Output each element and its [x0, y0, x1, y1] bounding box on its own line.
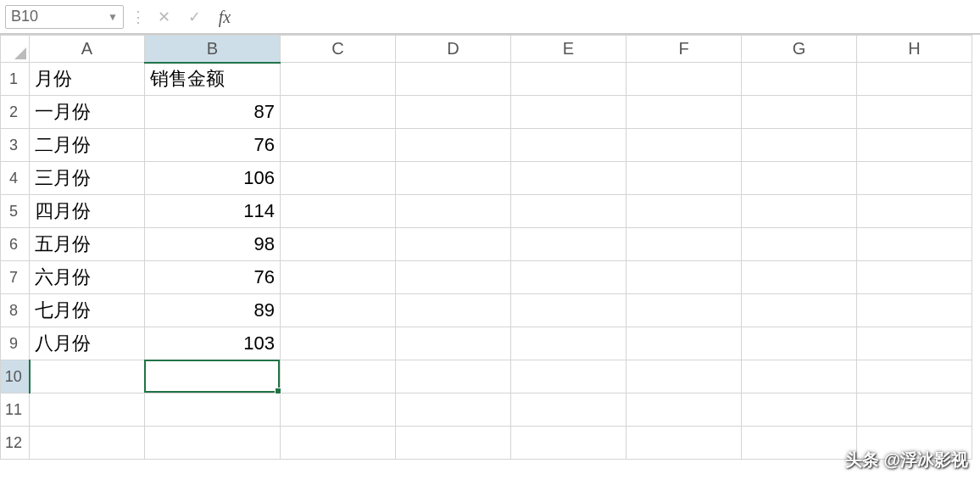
cell[interactable]	[511, 129, 626, 162]
formula-input[interactable]	[242, 5, 975, 29]
spreadsheet-grid[interactable]: ABCDEFGH 1月份销售金额2一月份873二月份764三月份1065四月份1…	[0, 35, 972, 460]
cell[interactable]	[396, 228, 511, 261]
row-header[interactable]: 3	[1, 129, 30, 162]
column-header[interactable]: D	[396, 36, 511, 63]
cell[interactable]	[511, 427, 626, 460]
column-header[interactable]: F	[626, 36, 742, 63]
cell[interactable]	[626, 195, 742, 228]
cell[interactable]: 103	[145, 327, 281, 360]
row-header[interactable]: 2	[1, 96, 30, 129]
cell[interactable]	[396, 261, 511, 294]
cell[interactable]	[626, 129, 742, 162]
cell[interactable]: 三月份	[30, 162, 145, 195]
column-header[interactable]: G	[742, 36, 857, 63]
cancel-icon[interactable]: ✕	[151, 9, 176, 25]
column-header[interactable]: E	[511, 36, 626, 63]
cell[interactable]	[857, 228, 972, 261]
cell[interactable]: 89	[145, 294, 281, 327]
column-header[interactable]: H	[857, 36, 972, 63]
cell[interactable]	[511, 63, 626, 96]
cell[interactable]	[742, 195, 857, 228]
cell[interactable]	[626, 228, 742, 261]
enter-icon[interactable]: ✓	[181, 9, 207, 25]
cell[interactable]	[857, 294, 972, 327]
cell[interactable]: 76	[145, 129, 281, 162]
cell[interactable]	[511, 393, 626, 427]
cell[interactable]	[511, 360, 626, 393]
cell[interactable]	[742, 129, 857, 162]
row-header[interactable]: 7	[1, 261, 30, 294]
cell[interactable]	[511, 162, 626, 195]
cell[interactable]	[281, 96, 396, 129]
row-header[interactable]: 10	[1, 360, 30, 393]
cell[interactable]	[857, 195, 972, 228]
cell[interactable]	[30, 393, 145, 427]
cell[interactable]	[626, 327, 742, 360]
cell[interactable]: 114	[145, 195, 281, 228]
cell[interactable]	[857, 96, 972, 129]
fx-icon[interactable]: fx	[212, 8, 237, 25]
cell[interactable]	[626, 294, 742, 327]
cell[interactable]	[742, 360, 857, 393]
cell[interactable]	[396, 427, 511, 460]
cell[interactable]	[511, 261, 626, 294]
cell[interactable]	[281, 195, 396, 228]
row-header[interactable]: 11	[1, 393, 30, 427]
cell[interactable]: 月份	[30, 63, 145, 96]
cell[interactable]	[857, 393, 972, 427]
row-header[interactable]: 8	[1, 294, 30, 327]
cell[interactable]	[742, 162, 857, 195]
cell[interactable]	[30, 427, 145, 460]
cell[interactable]	[511, 195, 626, 228]
cell[interactable]	[626, 96, 742, 129]
cell[interactable]	[742, 261, 857, 294]
cell[interactable]: 四月份	[30, 195, 145, 228]
cell[interactable]	[511, 96, 626, 129]
cell[interactable]	[857, 327, 972, 360]
cell[interactable]	[626, 63, 742, 96]
cell[interactable]	[145, 360, 281, 393]
cell[interactable]	[511, 327, 626, 360]
cell[interactable]	[281, 261, 396, 294]
cell[interactable]	[281, 393, 396, 427]
cell[interactable]	[281, 129, 396, 162]
cell[interactable]: 八月份	[30, 327, 145, 360]
cell[interactable]	[281, 427, 396, 460]
cell[interactable]	[281, 228, 396, 261]
cell[interactable]	[626, 360, 742, 393]
cell[interactable]	[396, 360, 511, 393]
cell[interactable]	[396, 63, 511, 96]
cell[interactable]: 二月份	[30, 129, 145, 162]
row-header[interactable]: 4	[1, 162, 30, 195]
cell[interactable]	[281, 327, 396, 360]
cell[interactable]	[742, 63, 857, 96]
row-header[interactable]: 1	[1, 63, 30, 96]
cell[interactable]: 76	[145, 261, 281, 294]
row-header[interactable]: 5	[1, 195, 30, 228]
row-header[interactable]: 6	[1, 228, 30, 261]
cell[interactable]	[396, 195, 511, 228]
cell[interactable]	[396, 393, 511, 427]
cell[interactable]	[396, 294, 511, 327]
cell[interactable]	[742, 327, 857, 360]
cell[interactable]	[857, 261, 972, 294]
cell[interactable]	[626, 261, 742, 294]
cell[interactable]	[281, 162, 396, 195]
cell[interactable]: 七月份	[30, 294, 145, 327]
column-header[interactable]: C	[281, 36, 396, 63]
cell[interactable]	[742, 294, 857, 327]
cell[interactable]	[626, 393, 742, 427]
cell[interactable]	[145, 393, 281, 427]
cell[interactable]: 106	[145, 162, 281, 195]
cell[interactable]: 98	[145, 228, 281, 261]
cell[interactable]	[396, 327, 511, 360]
cell[interactable]	[742, 427, 857, 460]
cell[interactable]	[281, 63, 396, 96]
cell[interactable]	[857, 162, 972, 195]
column-header[interactable]: B	[145, 36, 281, 63]
cell[interactable]: 一月份	[30, 96, 145, 129]
row-header[interactable]: 12	[1, 427, 30, 460]
cell[interactable]	[281, 294, 396, 327]
cell[interactable]	[626, 162, 742, 195]
cell[interactable]: 87	[145, 96, 281, 129]
